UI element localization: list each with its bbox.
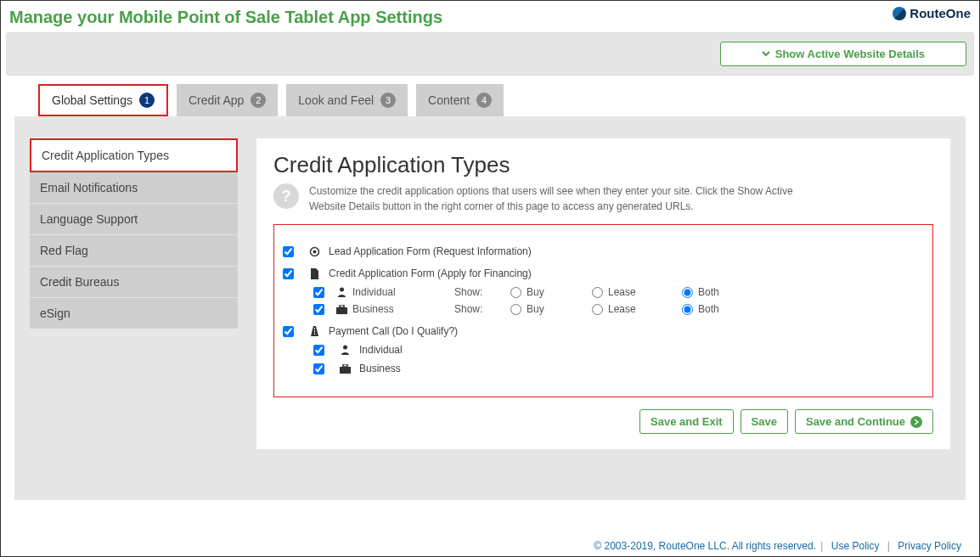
checkbox-individual[interactable] (313, 287, 324, 298)
radio-individual-buy[interactable] (510, 287, 521, 298)
credit-application-label: Credit Application Form (Apply for Finan… (329, 267, 532, 279)
privacy-policy-link[interactable]: Privacy Policy (898, 540, 961, 552)
use-policy-link[interactable]: Use Policy (831, 540, 880, 552)
lease-label: Lease (608, 303, 636, 315)
save-and-exit-button[interactable]: Save and Exit (639, 409, 734, 434)
svg-rect-7 (340, 367, 351, 374)
checkbox-payment-call[interactable] (283, 326, 294, 337)
svg-rect-4 (340, 305, 344, 307)
briefcase-icon (340, 363, 351, 374)
tab-label: Content (428, 93, 470, 107)
sidebar-item-red-flag[interactable]: Red Flag (30, 235, 238, 267)
tab-credit-app[interactable]: Credit App 2 (177, 84, 278, 116)
row-paymentcall-business: Business (313, 363, 924, 374)
business-label: Business (359, 363, 401, 374)
brand-logo: RouteOne (893, 6, 971, 20)
show-label: Show: (454, 303, 505, 315)
save-continue-label: Save and Continue (806, 415, 905, 428)
svg-rect-3 (336, 307, 347, 314)
both-label: Both (698, 286, 719, 298)
panel-outer: Credit Application Types Email Notificat… (14, 116, 966, 500)
top-action-bar: Show Active Website Details (6, 32, 974, 76)
sidebar-item-email-notifications[interactable]: Email Notifications (30, 172, 238, 204)
road-icon (309, 326, 320, 337)
person-icon (336, 287, 347, 298)
tab-number: 2 (251, 93, 266, 108)
page-title: Manage your Mobile Point of Sale Tablet … (9, 8, 442, 27)
svg-point-6 (343, 346, 347, 350)
separator: | (820, 540, 823, 552)
footer: © 2003-2019, RouteOne LLC. All rights re… (594, 540, 965, 552)
sidebar: Credit Application Types Email Notificat… (30, 138, 238, 329)
buy-label: Buy (527, 286, 544, 298)
sidebar-item-esign[interactable]: eSign (30, 298, 238, 329)
row-credit-application: Credit Application Form (Apply for Finan… (283, 267, 924, 279)
tab-number: 3 (380, 93, 396, 108)
checkbox-paymentcall-business[interactable] (313, 363, 324, 374)
business-label: Business (352, 303, 394, 315)
section-description: Customize the credit application options… (309, 183, 802, 214)
save-button[interactable]: Save (741, 409, 788, 434)
row-business-options: Business Show: Buy Lease Both (313, 303, 924, 315)
svg-point-1 (313, 250, 317, 253)
tab-content[interactable]: Content 4 (416, 84, 504, 116)
document-icon (309, 268, 320, 279)
separator: | (887, 540, 890, 552)
row-paymentcall-individual: Individual (313, 344, 924, 356)
action-buttons: Save and Exit Save Save and Continue (273, 409, 933, 434)
show-details-label: Show Active Website Details (775, 48, 925, 60)
section-title: Credit Application Types (273, 152, 933, 178)
row-individual-options: Individual Show: Buy Lease Both (313, 286, 924, 298)
checkbox-lead-application[interactable] (283, 246, 294, 257)
row-lead-application: Lead Application Form (Request Informati… (283, 245, 924, 257)
tab-number: 4 (476, 93, 492, 108)
arrow-right-icon (910, 416, 922, 428)
save-and-continue-button[interactable]: Save and Continue (795, 409, 933, 434)
show-active-website-details-button[interactable]: Show Active Website Details (720, 42, 966, 66)
checkbox-credit-application[interactable] (283, 268, 294, 279)
checkbox-business[interactable] (313, 304, 324, 315)
person-icon (340, 345, 351, 356)
form-area: Lead Application Form (Request Informati… (273, 224, 933, 397)
tab-number: 1 (139, 93, 155, 108)
radio-business-both[interactable] (682, 304, 693, 315)
sidebar-item-language-support[interactable]: Language Support (30, 204, 238, 235)
tabs: Global Settings 1 Credit App 2 Look and … (38, 84, 974, 116)
svg-rect-8 (343, 364, 347, 367)
sidebar-item-credit-bureaus[interactable]: Credit Bureaus (30, 267, 238, 298)
main-card: Credit Application Types ? Customize the… (256, 138, 950, 449)
payment-call-label: Payment Call (Do I Qualify?) (329, 325, 458, 337)
brand-icon (893, 7, 906, 20)
chevron-down-icon (762, 48, 770, 60)
tab-label: Global Settings (52, 93, 132, 107)
checkbox-paymentcall-individual[interactable] (313, 345, 324, 356)
show-label: Show: (454, 286, 505, 298)
lease-label: Lease (608, 286, 636, 298)
target-icon (309, 246, 320, 257)
tab-label: Look and Feel (298, 93, 374, 107)
svg-point-2 (340, 288, 344, 292)
radio-individual-lease[interactable] (592, 287, 603, 298)
radio-business-buy[interactable] (510, 304, 521, 315)
briefcase-icon (336, 304, 347, 315)
lead-application-label: Lead Application Form (Request Informati… (329, 245, 532, 257)
radio-business-lease[interactable] (592, 304, 603, 315)
help-icon: ? (273, 183, 299, 209)
brand-text: RouteOne (910, 6, 971, 20)
copyright-text: © 2003-2019, RouteOne LLC. All rights re… (594, 540, 816, 552)
both-label: Both (698, 303, 719, 315)
tab-look-and-feel[interactable]: Look and Feel 3 (286, 84, 408, 116)
buy-label: Buy (527, 303, 544, 315)
individual-label: Individual (359, 344, 403, 356)
row-payment-call: Payment Call (Do I Qualify?) (283, 325, 924, 337)
tab-global-settings[interactable]: Global Settings 1 (38, 84, 168, 116)
tab-label: Credit App (189, 93, 244, 107)
sidebar-item-credit-application-types[interactable]: Credit Application Types (30, 138, 238, 172)
radio-individual-both[interactable] (682, 287, 693, 298)
individual-label: Individual (352, 286, 396, 298)
